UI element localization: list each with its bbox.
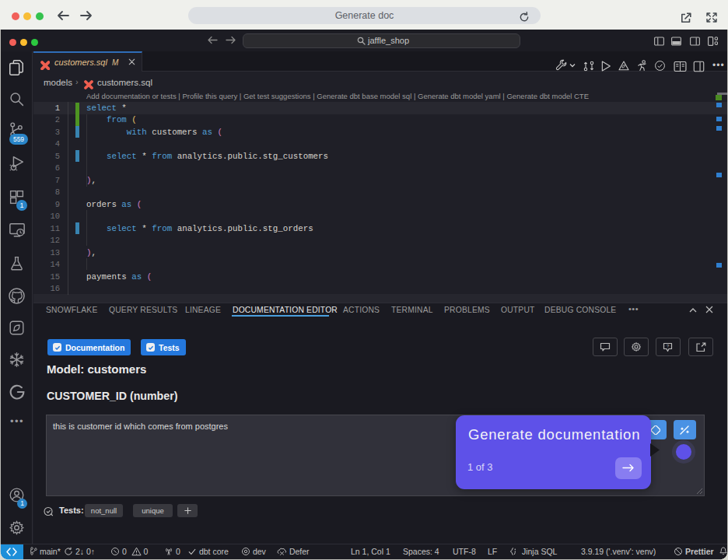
svg-text:?: ? bbox=[667, 344, 670, 348]
